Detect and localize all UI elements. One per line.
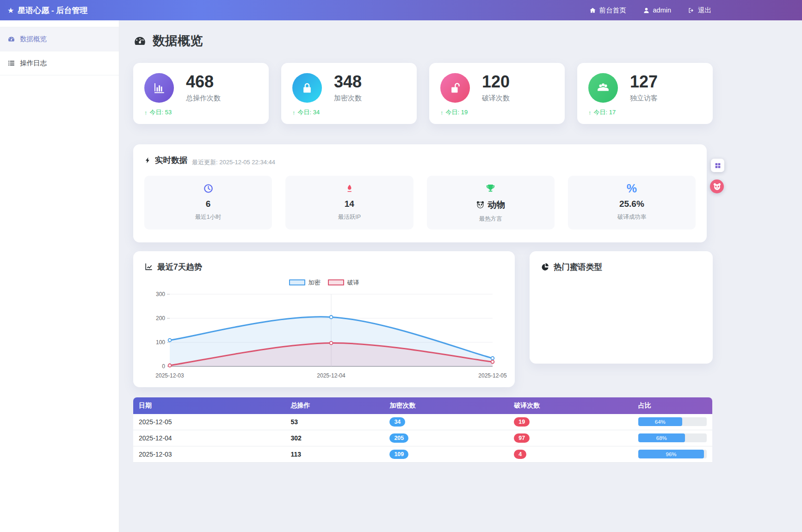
cell-total: 302 [285,430,384,446]
stat-today: ↑ 今日: 34 [292,108,406,117]
app-brand: ★ 星语心愿 - 后台管理 [7,5,87,16]
tile-value: 6 [144,199,272,209]
tile-value-with-panda: 动物 [427,199,555,211]
username-label: admin [653,6,672,14]
page-title-text: 数据概览 [153,32,203,49]
bolt-icon [144,156,151,164]
realtime-updated: 最近更新: 2025-12-05 22:34:44 [192,158,275,167]
svg-text:300: 300 [156,291,165,297]
realtime-title-text: 实时数据 [155,155,187,166]
stat-today-text: 今日: 17 [594,108,616,117]
encrypt-badge: 205 [389,433,408,443]
sidebar-item-label: 操作日志 [20,59,47,68]
trend-chart-title-text: 最近7天趋势 [157,261,202,272]
user-menu[interactable]: admin [643,6,672,14]
home-icon [589,7,596,14]
arrow-up-icon: ↑ [144,109,148,116]
logout-label: 退出 [698,6,711,15]
logout-icon [688,7,695,14]
star-icon: ★ [7,6,14,15]
decrypt-badge: 4 [514,450,526,459]
tile-value: 25.6% [568,199,696,209]
frontend-home-link[interactable]: 前台首页 [589,6,626,15]
panda-fab-button[interactable] [710,179,724,193]
fire-icon [285,183,413,195]
stat-label: 加密次数 [334,94,362,103]
decrypt-badge: 19 [514,417,530,427]
user-icon [643,7,650,14]
lock-icon [292,73,322,103]
stat-value: 468 [186,73,221,91]
pie-chart-panel: 热门蜜语类型 [530,251,713,364]
ratio-progress: 96% [638,450,707,458]
stat-label: 独立访客 [630,94,658,103]
legend-label: 破译 [347,278,359,287]
stat-today: ↑ 今日: 19 [440,108,554,117]
cell-total: 113 [285,446,384,462]
tile-top-dialect: 动物 最热方言 [427,176,555,229]
stat-card-encrypts: 348 加密次数 ↑ 今日: 34 [281,63,417,124]
table-row: 2025-12-05 53 34 19 64% [133,414,712,430]
trend-line-chart: 01002003002025-12-032025-12-042025-12-05 [144,289,503,381]
tile-value: 14 [285,199,413,209]
grid-icon [714,162,722,169]
navbar: ★ 星语心愿 - 后台管理 前台首页 admin 退出 [0,0,802,20]
stat-cards-row: 468 总操作次数 ↑ 今日: 53 348 加密次数 [133,63,713,124]
unlock-icon [440,73,470,103]
trophy-icon [427,183,555,195]
users-icon [588,73,618,103]
ratio-progress-fill: 68% [638,433,685,442]
cell-date: 2025-12-05 [133,414,285,430]
sidebar-item-overview[interactable]: 数据概览 [0,27,119,51]
panda-icon [476,200,485,209]
decrypt-badge: 97 [514,433,530,443]
stat-card-visitors: 127 独立访客 ↑ 今日: 17 [577,63,713,124]
arrow-up-icon: ↑ [292,109,296,116]
col-header-date: 日期 [133,397,285,414]
legend-swatch-decrypt [328,279,344,285]
navbar-links: 前台首页 admin 退出 [589,6,712,15]
arrow-up-icon: ↑ [440,109,444,116]
legend-item-decrypt[interactable]: 破译 [328,278,359,287]
svg-text:100: 100 [156,339,165,346]
stat-card-total-ops: 468 总操作次数 ↑ 今日: 53 [133,63,269,124]
app-title: 星语心愿 - 后台管理 [18,5,87,16]
cell-date: 2025-12-04 [133,430,285,446]
widget-grid-button[interactable] [711,159,724,172]
logout-link[interactable]: 退出 [688,6,711,15]
pie-chart-icon [541,262,549,271]
ratio-progress: 68% [638,433,707,442]
realtime-panel: 实时数据 最近更新: 2025-12-05 22:34:44 6 最近1小时 1… [133,144,707,242]
realtime-title: 实时数据 [144,155,187,166]
clock-icon [144,183,272,195]
ratio-progress: 64% [638,417,707,426]
gauge-icon [133,34,147,48]
stat-today: ↑ 今日: 17 [588,108,702,117]
stat-value: 127 [630,73,658,91]
tile-label: 破译成功率 [568,213,696,221]
trend-chart-panel: 最近7天趋势 加密 破译 01002003002025-12-032025-12… [133,251,515,387]
stat-today-text: 今日: 34 [298,108,320,117]
legend-item-encrypt[interactable]: 加密 [289,278,321,287]
encrypt-badge: 34 [389,417,405,427]
ratio-progress-fill: 96% [638,450,704,458]
encrypt-badge: 109 [389,450,408,459]
cell-date: 2025-12-03 [133,446,285,462]
col-header-total: 总操作 [285,397,384,414]
col-header-ratio: 占比 [633,397,712,414]
bar-chart-icon [144,73,174,103]
table-row: 2025-12-03 113 109 4 96% [133,446,712,462]
gauge-icon [7,35,15,43]
legend-label: 加密 [308,278,321,287]
chart-line-icon [144,262,153,271]
tile-label: 最活跃IP [285,213,413,221]
cell-total: 53 [285,414,384,430]
sidebar-item-logs[interactable]: 操作日志 [0,51,119,75]
realtime-tiles: 6 最近1小时 14 最活跃IP 动物 [144,176,696,229]
svg-text:2025-12-05: 2025-12-05 [478,372,507,379]
pie-chart-title-text: 热门蜜语类型 [554,261,602,272]
sidebar-item-label: 数据概览 [20,35,47,43]
stat-card-decrypts: 120 破译次数 ↑ 今日: 19 [429,63,565,124]
stat-value: 120 [482,73,510,91]
frontend-home-label: 前台首页 [599,6,626,15]
